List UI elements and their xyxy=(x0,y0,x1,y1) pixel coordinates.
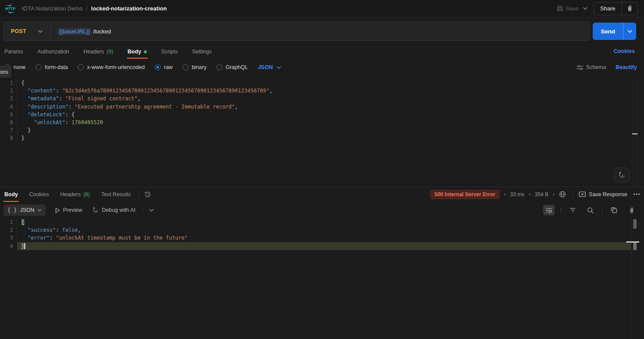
language-selector[interactable]: JSON xyxy=(258,64,281,70)
method-chevron-icon xyxy=(38,30,43,33)
method-selector[interactable]: POST xyxy=(4,28,50,34)
scroll-position-marker xyxy=(633,243,637,250)
code-line[interactable]: 1{ xyxy=(0,218,631,226)
code-line[interactable]: 2 "success": false, xyxy=(0,226,631,234)
body-type-options: noneform-datax-www-form-urlencodedrawbin… xyxy=(4,61,570,74)
body-type-binary[interactable]: binary xyxy=(183,64,206,70)
filter-icon[interactable] xyxy=(567,205,578,215)
radio-label: form-data xyxy=(45,64,68,70)
response-size[interactable]: 354 B xyxy=(535,191,548,197)
body-type-form-data[interactable]: form-data xyxy=(36,64,68,70)
url-path[interactable]: /locked xyxy=(93,28,111,35)
tools-divider xyxy=(561,207,561,214)
body-type-raw[interactable]: raw xyxy=(155,64,173,70)
line-number: 1 xyxy=(0,218,17,226)
meta-separator-dot xyxy=(529,194,531,195)
response-tab-test-results[interactable]: Test Results xyxy=(100,187,132,201)
search-icon[interactable] xyxy=(584,205,596,215)
share-button-group: Share xyxy=(594,2,638,15)
line-number: 4 xyxy=(0,242,17,250)
response-tabs: BodyCookiesHeaders(8)Test Results xyxy=(3,187,141,201)
request-tab-scripts[interactable]: Scripts xyxy=(160,45,179,58)
body-type-x-www-form-urlencoded[interactable]: x-www-form-urlencoded xyxy=(78,64,145,70)
request-tab-authorization[interactable]: Authorization xyxy=(37,45,70,58)
code-line[interactable]: 4 "description": "Executed partnership a… xyxy=(0,103,631,111)
wrap-text-button[interactable] xyxy=(543,205,554,215)
save-button[interactable]: Save xyxy=(557,5,579,12)
response-tab-body[interactable]: Body xyxy=(3,187,19,201)
breadcrumb-collection[interactable]: IOTA Notarization Demo xyxy=(22,5,83,12)
request-tab-params[interactable]: Params xyxy=(3,45,24,58)
network-globe-icon[interactable] xyxy=(559,191,566,198)
share-button[interactable]: Share xyxy=(594,5,621,12)
request-tab-headers[interactable]: Headers(9) xyxy=(83,45,114,58)
status-badge[interactable]: 500 Internal Server Error xyxy=(430,190,500,199)
debug-with-ai-button[interactable]: Debug with AI xyxy=(92,207,136,214)
tab-label: Body xyxy=(4,191,18,197)
radio-label: x-www-form-urlencoded xyxy=(87,64,145,70)
request-editor-scrollbar[interactable] xyxy=(632,78,638,187)
code-line[interactable]: 4} xyxy=(0,242,631,250)
cookies-link[interactable]: Cookies xyxy=(614,48,635,54)
response-editor-scrollbar[interactable] xyxy=(631,218,639,339)
tab-label: Settings xyxy=(192,49,212,55)
copy-icon[interactable] xyxy=(608,205,620,215)
code-line[interactable]: 3 "metadata": "Final signed contract", xyxy=(0,95,631,102)
schema-button[interactable]: Schema xyxy=(577,64,606,70)
response-body-editor[interactable]: 1{2 "success": false,3 "error": "unlockA… xyxy=(0,218,631,250)
code-content: { xyxy=(17,79,631,87)
breadcrumb-request-name[interactable]: locked-notarization-creation xyxy=(91,5,167,12)
body-type-graphql[interactable]: GraphQL xyxy=(216,64,248,70)
braces-icon: { } xyxy=(7,207,17,213)
preview-button[interactable]: Preview xyxy=(55,207,82,213)
tab-label: Headers xyxy=(83,49,104,55)
copy-link-icon[interactable] xyxy=(621,3,637,15)
request-tab-settings[interactable]: Settings xyxy=(191,45,212,58)
code-line[interactable]: 7 } xyxy=(0,126,631,134)
radio-icon xyxy=(36,64,42,70)
topbar-actions: Save Share xyxy=(557,2,638,15)
code-line[interactable]: 2 "content": "b2c3d4e5f6a789012345678901… xyxy=(0,87,631,95)
url-variable-chip[interactable]: {{baseURL}} xyxy=(58,28,92,35)
request-body-editor[interactable]: 1{2 "content": "b2c3d4e5f6a7890123456789… xyxy=(0,79,631,142)
tab-count-badge: (9) xyxy=(106,49,113,55)
response-tab-headers[interactable]: Headers(8) xyxy=(59,187,91,201)
response-format-label: JSON xyxy=(20,207,34,213)
response-time[interactable]: 33 ms xyxy=(510,191,524,197)
top-bar: HTTP IOTA Notarization Demo / locked-not… xyxy=(0,0,644,17)
scrollbar-thumb[interactable] xyxy=(633,219,637,229)
beautify-button[interactable]: Beautify xyxy=(616,64,637,70)
edge-tooltip-fragment: ons xyxy=(0,66,11,78)
postbot-ai-button[interactable] xyxy=(614,168,630,182)
url-input[interactable]: {{baseURL}} /locked xyxy=(58,28,111,35)
sliders-icon xyxy=(577,65,583,70)
line-number: 4 xyxy=(0,103,17,111)
radio-icon xyxy=(216,64,222,70)
response-format-selector[interactable]: { } JSON xyxy=(3,204,46,216)
response-tab-cookies[interactable]: Cookies xyxy=(28,187,50,201)
save-response-icon xyxy=(579,191,586,197)
link-icon[interactable] xyxy=(626,205,637,215)
code-line[interactable]: 6 "unlockAt": 1760405520 xyxy=(0,118,631,126)
radio-icon xyxy=(155,64,161,70)
save-response-label: Save Response xyxy=(589,191,627,197)
line-number: 3 xyxy=(0,234,17,242)
format-chevron-icon xyxy=(37,209,42,211)
send-options-chevron-icon[interactable] xyxy=(623,23,636,40)
send-button[interactable]: Send xyxy=(593,23,623,40)
line-number: 5 xyxy=(0,111,17,118)
language-label: JSON xyxy=(258,64,273,70)
code-line[interactable]: 8} xyxy=(0,134,631,142)
code-line[interactable]: 3 "error": "unlockAt timestamp must be i… xyxy=(0,234,631,242)
request-tab-body[interactable]: Body xyxy=(127,45,148,58)
line-number: 3 xyxy=(0,95,17,102)
toolbar-chevron-icon[interactable] xyxy=(149,209,154,212)
url-divider xyxy=(50,26,51,37)
save-response-button[interactable]: Save Response xyxy=(579,191,627,197)
code-line[interactable]: 5 "deleteLock": { xyxy=(0,111,631,118)
save-options-chevron-icon[interactable] xyxy=(583,7,588,10)
more-options-icon[interactable]: ••• xyxy=(633,191,641,197)
response-history-icon[interactable] xyxy=(144,191,151,198)
code-line[interactable]: 1{ xyxy=(0,79,631,87)
meta-separator-dot xyxy=(553,194,554,195)
